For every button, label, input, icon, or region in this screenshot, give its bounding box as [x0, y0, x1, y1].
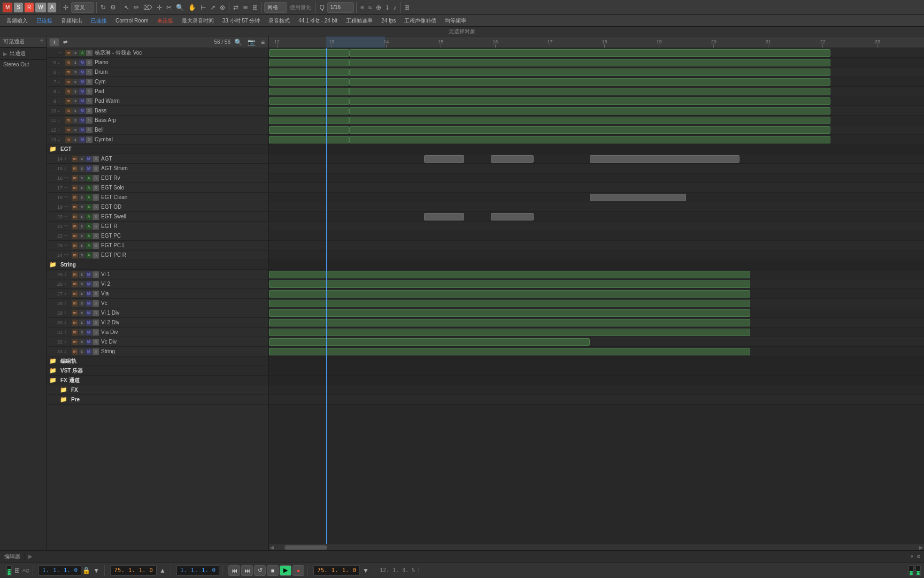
- crosshair-icon[interactable]: ✛: [155, 3, 164, 12]
- settings-icon[interactable]: ⚙: [109, 3, 118, 12]
- clip[interactable]: [349, 69, 830, 76]
- clip[interactable]: [491, 155, 534, 163]
- track-s-btn[interactable]: s: [79, 242, 85, 249]
- track-s-btn[interactable]: s: [72, 117, 79, 124]
- track-m-btn[interactable]: m: [72, 185, 78, 191]
- track-row[interactable]: 13 ♩ m s M S Cymbal: [47, 135, 268, 144]
- track-fx-btn[interactable]: S: [93, 310, 99, 316]
- arrangement-track-row[interactable]: [269, 270, 924, 279]
- track-row[interactable]: 📁 String: [47, 260, 268, 270]
- clip[interactable]: [349, 59, 830, 66]
- track-fx-btn[interactable]: S: [93, 214, 99, 220]
- clip[interactable]: [269, 69, 349, 76]
- track-s-btn[interactable]: s: [79, 300, 85, 307]
- track-fx-btn[interactable]: S: [86, 59, 93, 66]
- track-fx-btn[interactable]: S: [93, 185, 99, 191]
- arrangement-track-row[interactable]: [269, 356, 924, 366]
- arrangement-track-row[interactable]: [269, 106, 924, 116]
- track-row[interactable]: 7 ♩ m s M S Cym: [47, 77, 268, 87]
- scroll-right-icon[interactable]: ▶: [919, 545, 923, 550]
- track-row[interactable]: 29 ♩ m s M S Vi 1 Div: [47, 308, 268, 318]
- track-row[interactable]: 11 ♩ m s M S Bass Arp: [47, 116, 268, 125]
- midi2-icon[interactable]: ♪: [391, 3, 398, 12]
- track-row[interactable]: 23 〰 m s A S EGT PC L: [47, 241, 268, 250]
- track-fx-btn[interactable]: S: [93, 281, 99, 287]
- track-s-btn[interactable]: s: [72, 59, 79, 66]
- track-s-btn[interactable]: s: [79, 204, 85, 210]
- max-rec-btn[interactable]: 最大录音时间: [179, 17, 217, 25]
- track-row[interactable]: 24 〰 m s A S EGT PC R: [47, 250, 268, 260]
- mode-m-button[interactable]: M: [2, 2, 13, 13]
- arrangement-track-row[interactable]: [269, 154, 924, 164]
- arrangement-track-row[interactable]: [269, 173, 924, 183]
- arrangement-track-row[interactable]: [269, 318, 924, 328]
- track-m-btn[interactable]: m: [72, 165, 78, 172]
- track-fx-btn[interactable]: S: [93, 194, 99, 201]
- track-m-btn[interactable]: m: [72, 223, 78, 230]
- clip[interactable]: [269, 338, 590, 346]
- control-room-btn[interactable]: Control Room: [112, 17, 152, 24]
- track-s-btn[interactable]: s: [72, 69, 79, 75]
- arrangement-track-row[interactable]: [269, 260, 924, 270]
- arrangement-track-row[interactable]: [269, 289, 924, 299]
- track-fx-btn[interactable]: S: [93, 175, 99, 181]
- add-track-button[interactable]: +: [49, 38, 59, 47]
- track-fx-btn[interactable]: S: [86, 88, 93, 95]
- track-m-btn[interactable]: m: [65, 59, 72, 66]
- trim-icon[interactable]: ⊢: [199, 3, 207, 12]
- rec-format-btn[interactable]: 录音格式: [265, 17, 293, 25]
- collapse-icon[interactable]: ≡: [40, 38, 43, 45]
- nudge-up-icon[interactable]: ▲: [158, 566, 167, 575]
- out-track[interactable]: ▶ 出通道: [0, 48, 47, 60]
- clip[interactable]: [349, 97, 830, 105]
- track-m-btn[interactable]: m: [72, 204, 78, 210]
- clip[interactable]: [424, 155, 464, 163]
- track-row[interactable]: 14 ♩ m s M S AGT: [47, 154, 268, 164]
- clip[interactable]: [349, 78, 830, 86]
- bounce-icon[interactable]: ⤵: [384, 3, 390, 12]
- metronome-icon[interactable]: ✢: [61, 3, 70, 12]
- eraser-icon[interactable]: ⌦: [142, 3, 154, 12]
- track-row[interactable]: 9 ♩ m s M S Pad Warm: [47, 96, 268, 106]
- track-s-btn[interactable]: s: [79, 175, 85, 181]
- track-row[interactable]: 33 ♩ m s M S String: [47, 347, 268, 356]
- refresh-icon[interactable]: ↻: [99, 3, 107, 12]
- track-row[interactable]: 📁 Pre: [47, 395, 268, 405]
- track-row[interactable]: 15 ♩ m s M S AGT Strum: [47, 164, 268, 173]
- track-s-btn[interactable]: s: [72, 79, 79, 85]
- pencil-icon[interactable]: ✏: [132, 3, 141, 12]
- track-row[interactable]: 31 ♩ m s M S Via Div: [47, 328, 268, 337]
- clip[interactable]: [349, 136, 830, 143]
- connected2-btn[interactable]: 已连接: [88, 17, 110, 25]
- track-row[interactable]: 27 ♩ m s M S Via: [47, 289, 268, 299]
- arrangement-track-row[interactable]: [269, 385, 924, 395]
- track-m-btn[interactable]: m: [65, 98, 72, 104]
- scroll-down-icon[interactable]: ▼: [910, 554, 914, 559]
- zoom-icon[interactable]: 🔍: [174, 3, 186, 12]
- track-row[interactable]: 10 ♩ m s M S Bass: [47, 106, 268, 116]
- clip[interactable]: [269, 126, 349, 134]
- list-icon[interactable]: ≡: [259, 37, 266, 47]
- track-fx-btn[interactable]: S: [93, 271, 99, 278]
- scissors-icon[interactable]: ✂: [165, 3, 173, 12]
- track-s-btn[interactable]: s: [79, 291, 85, 297]
- arrangement-track-row[interactable]: [269, 77, 924, 87]
- track-m-btn[interactable]: m: [65, 117, 72, 124]
- route-icon[interactable]: ⇄: [232, 3, 240, 12]
- clip[interactable]: [590, 155, 740, 163]
- track-m-btn[interactable]: m: [65, 108, 72, 114]
- arrangement-track-row[interactable]: [269, 279, 924, 289]
- track-m-btn[interactable]: m: [72, 320, 78, 326]
- arrangement-track-row[interactable]: [269, 87, 924, 96]
- clip[interactable]: [349, 117, 830, 124]
- clip[interactable]: [349, 126, 830, 134]
- track-s-btn[interactable]: s: [79, 271, 85, 278]
- track-m-btn[interactable]: m: [72, 281, 78, 287]
- track-fx-btn[interactable]: S: [86, 50, 93, 56]
- track-s-btn[interactable]: s: [79, 156, 85, 162]
- track-s-btn[interactable]: s: [79, 194, 85, 201]
- track-fx-btn[interactable]: S: [86, 127, 93, 133]
- track-row[interactable]: 📁 编组轨: [47, 356, 268, 366]
- track-fx-btn[interactable]: S: [86, 69, 93, 75]
- hand-icon[interactable]: ✋: [187, 3, 198, 12]
